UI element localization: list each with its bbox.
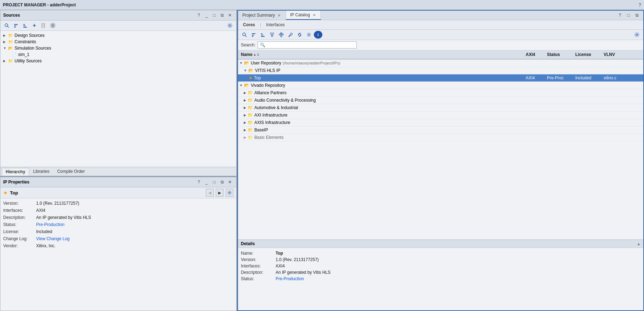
expand-user-repo[interactable]: ▼	[239, 61, 243, 65]
col-name[interactable]: Name ▲ 1	[238, 51, 523, 58]
col-license[interactable]: License	[572, 51, 601, 58]
sources-file-btn[interactable]	[39, 22, 48, 29]
ip-settings-btn[interactable]	[226, 189, 233, 197]
expand-axi-infra[interactable]: ▶	[244, 113, 246, 117]
tab-ip-catalog-close[interactable]: ✕	[312, 13, 316, 17]
row-vitis-hls-ip[interactable]: ▼ 📂 VITIS HLS IP	[238, 67, 643, 74]
tab-hierarchy[interactable]: Hierarchy	[2, 168, 29, 176]
prop-changelog-link[interactable]: View Change Log	[36, 236, 70, 241]
col-axi4[interactable]: AXI4	[523, 51, 544, 58]
svg-rect-27	[281, 36, 282, 37]
expand-design-sources[interactable]: ▶	[3, 34, 7, 37]
tab-ip-catalog[interactable]: IP Catalog ✕	[286, 11, 321, 20]
details-collapse-icon[interactable]: ▲	[637, 242, 640, 246]
expand-vivado-repo[interactable]: ▼	[239, 84, 243, 87]
audio-label: Audio Connectivity & Processing	[254, 98, 316, 103]
row-alliance-partners[interactable]: ▶ 📁 Alliance Partners	[238, 89, 643, 97]
tree-simulation-sources[interactable]: ▼ 📂 Simulation Sources	[0, 45, 236, 51]
expand-alliance[interactable]: ▶	[244, 91, 246, 95]
ip-props-close-icon[interactable]: ✕	[226, 179, 233, 186]
search-input[interactable]	[258, 41, 357, 49]
tab-project-summary[interactable]: Project Summary ✕	[238, 11, 286, 19]
app-title: PROJECT MANAGER	[3, 2, 46, 7]
right-help-icon[interactable]: ?	[616, 12, 623, 19]
ip-catalog-subtabs: Cores | Interfaces	[238, 20, 643, 30]
subtab-cores[interactable]: Cores	[241, 22, 257, 28]
prop-status-value[interactable]: Pre-Production	[36, 222, 64, 227]
expand-baseip[interactable]: ▶	[244, 128, 246, 132]
ip-settings-btn[interactable]	[305, 31, 313, 39]
ip-wrench-btn[interactable]	[286, 31, 295, 39]
svg-line-14	[245, 35, 247, 37]
col-status[interactable]: Status	[544, 51, 572, 58]
right-restore-icon[interactable]: □	[625, 12, 632, 19]
expand-basic-elem[interactable]: ▶	[244, 136, 246, 139]
row-automotive[interactable]: ▶ 📁 Automotive & Industrial	[238, 104, 643, 112]
row-vivado-repository[interactable]: ▼ 📂 Vivado Repository	[238, 82, 643, 89]
sources-close-icon[interactable]: ✕	[226, 12, 233, 19]
sources-collapse-btn[interactable]	[12, 22, 20, 29]
ip-prev-btn[interactable]: ◀	[206, 189, 214, 197]
row-axis-infra[interactable]: ▶ 📁 AXIS Infrastructure	[238, 119, 643, 126]
row-baseip[interactable]: ▶ 📁 BaseIP	[238, 126, 643, 134]
expand-audio[interactable]: ▶	[244, 98, 246, 102]
details-title: Details	[241, 241, 255, 246]
svg-rect-6	[23, 26, 26, 26]
ip-link-btn[interactable]	[295, 31, 304, 39]
prop-version-value: 1.0 (Rev. 2113177257)	[36, 201, 79, 206]
details-description-value: An IP generated by Vitis HLS	[276, 270, 331, 275]
sources-minimize-icon[interactable]: _	[203, 12, 210, 19]
expand-constraints[interactable]: ▶	[3, 40, 7, 44]
sources-settings-btn[interactable]	[226, 22, 234, 29]
expand-utility-sources[interactable]: ▶	[3, 59, 7, 63]
tab-libraries[interactable]: Libraries	[29, 168, 53, 175]
row-top-ip[interactable]: ★ Top AXI4 Pre-Proc Included xilinx.c	[238, 74, 643, 82]
sources-expand-btn[interactable]	[21, 22, 29, 29]
tree-sim1[interactable]: 📄 sim_1	[0, 51, 236, 58]
ip-next-btn[interactable]: ▶	[216, 189, 224, 197]
vivado-repo-label: Vivado Repository	[251, 83, 285, 88]
sources-add-btn[interactable]: +	[30, 22, 39, 29]
expand-vitis-hls[interactable]: ▼	[244, 69, 247, 72]
details-status-value[interactable]: Pre-Production	[276, 276, 304, 281]
ip-info-btn[interactable]: i	[314, 31, 322, 39]
ip-props-help-icon[interactable]: ?	[195, 179, 202, 186]
folder-vitis-hls-icon: 📂	[248, 68, 254, 73]
sources-float-icon[interactable]: ⧉	[219, 12, 226, 19]
ip-network-btn[interactable]	[277, 31, 286, 39]
ip-props-minimize-icon[interactable]: _	[203, 179, 210, 186]
ip-filter-btn[interactable]: ≡	[268, 31, 276, 39]
tree-constraints[interactable]: ▶ 📁 Constraints	[0, 39, 236, 45]
tree-utility-sources[interactable]: ▶ 📁 Utility Sources	[0, 58, 236, 64]
expand-automotive[interactable]: ▶	[244, 106, 246, 109]
ip-search-btn[interactable]	[240, 31, 249, 39]
ip-collapse-btn[interactable]	[249, 31, 258, 39]
sources-search-btn[interactable]	[2, 22, 11, 29]
ip-props-float-icon[interactable]: ⧉	[219, 179, 226, 186]
row-basic-elements[interactable]: ▶ 📁 Basic Elements	[238, 134, 643, 141]
tab-project-summary-close[interactable]: ✕	[277, 13, 281, 18]
tree-design-sources[interactable]: ▶ 📁 Design Sources	[0, 32, 236, 39]
details-description-label: Description:	[241, 270, 273, 275]
row-user-repository[interactable]: ▼ 📂 User Repository (/home/miaoxiy/adder…	[238, 60, 643, 67]
sources-restore-icon[interactable]: □	[211, 12, 218, 19]
row-axi-infra[interactable]: ▶ 📁 AXI Infrastructure	[238, 112, 643, 119]
baseip-label: BaseIP	[254, 128, 268, 132]
expand-simulation-sources[interactable]: ▼	[3, 46, 7, 50]
svg-point-11	[229, 25, 231, 27]
details-version-row: Version: 1.0 (Rev. 2113177257)	[241, 256, 640, 263]
folder-basic-elem-icon: 📁	[248, 135, 253, 140]
subtab-interfaces[interactable]: Interfaces	[264, 22, 287, 28]
ip-catalog-settings-btn[interactable]	[633, 31, 641, 39]
title-help-icon[interactable]: ?	[638, 2, 641, 8]
ip-expand-btn[interactable]	[259, 31, 267, 39]
ip-props-restore-icon[interactable]: □	[211, 179, 218, 186]
right-float-icon[interactable]: ⧉	[633, 12, 640, 19]
tab-compile-order[interactable]: Compile Order	[53, 168, 89, 175]
expand-axis-infra[interactable]: ▶	[244, 121, 246, 124]
svg-rect-2	[14, 24, 18, 25]
sources-help-icon[interactable]: ?	[195, 12, 202, 19]
row-audio[interactable]: ▶ 📁 Audio Connectivity & Processing	[238, 97, 643, 104]
axi-infra-label: AXI Infrastructure	[254, 113, 287, 118]
col-vlnv[interactable]: VLNV	[601, 51, 643, 58]
